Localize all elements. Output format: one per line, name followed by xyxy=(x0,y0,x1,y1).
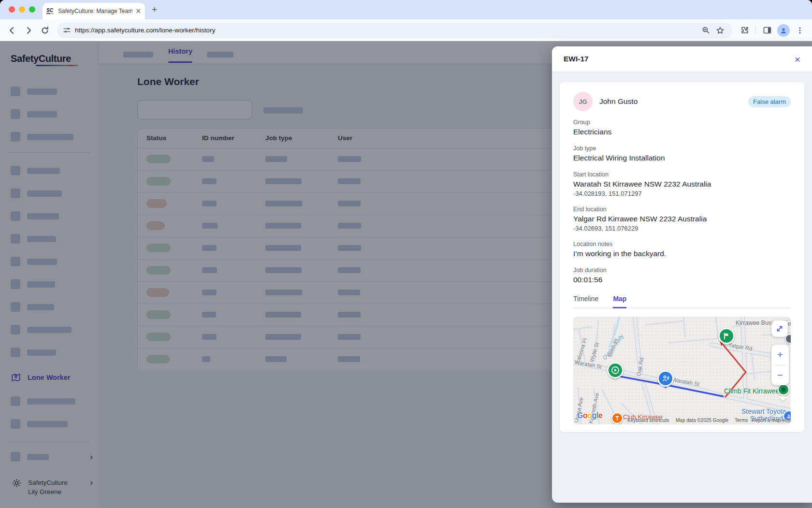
field-start-location: Start location Waratah St Kirrawee NSW 2… xyxy=(573,171,791,198)
google-map[interactable]: Kirrawee BusinerYalgar RdOyster GullyKal… xyxy=(573,317,791,424)
close-icon[interactable]: × xyxy=(795,54,800,64)
zoom-in-button[interactable]: + xyxy=(771,345,789,365)
toolbar-separator xyxy=(755,26,756,35)
url-bar[interactable]: https://app.safetyculture.com/lone-worke… xyxy=(57,23,732,38)
tab-timeline[interactable]: Timeline xyxy=(573,295,598,308)
map-label: Climb Fit Kirrawee xyxy=(724,387,779,395)
panel-header: EWI-17 × xyxy=(552,46,812,72)
browser-tab[interactable]: SC SafetyCulture: Manage Teams and... ✕ xyxy=(43,3,145,19)
map-label: Kirrawee Busin xyxy=(736,319,776,326)
tab-close-icon[interactable]: ✕ xyxy=(135,7,141,15)
tab-map[interactable]: Map xyxy=(613,295,626,308)
zoom-page-icon[interactable] xyxy=(698,23,713,38)
person-name: John Gusto xyxy=(599,97,638,106)
profile-avatar[interactable] xyxy=(776,23,791,38)
close-window-button[interactable] xyxy=(9,6,15,13)
forward-icon[interactable] xyxy=(21,23,36,38)
browser-window: SC SafetyCulture: Manage Teams and... ✕ … xyxy=(0,0,812,508)
google-logo[interactable]: Google xyxy=(577,411,602,420)
keyboard-shortcuts-link[interactable]: Keyboard shortcuts xyxy=(627,418,669,423)
url-text[interactable]: https://app.safetyculture.com/lone-worke… xyxy=(75,27,698,34)
panel-title: EWI-17 xyxy=(564,55,589,63)
map-label: er xyxy=(788,320,791,327)
avatar: JG xyxy=(573,92,593,111)
minimize-window-button[interactable] xyxy=(19,6,25,13)
start-coordinates: -34.028193, 151.071297 xyxy=(573,189,791,198)
map-zoom-control: + − xyxy=(771,345,789,385)
field-group: Group Electricians xyxy=(573,118,791,137)
lone-worker-position-marker[interactable] xyxy=(657,370,674,387)
reload-icon[interactable] xyxy=(38,23,52,38)
field-end-location: End location Yalgar Rd Kirrawee NSW 2232… xyxy=(573,205,791,233)
field-location-notes: Location notes I’m working in the backya… xyxy=(573,240,791,259)
map-fullscreen-button[interactable] xyxy=(771,320,788,337)
panel-tabs: Timeline Map xyxy=(573,295,791,308)
climb-fit-marker[interactable] xyxy=(778,384,789,395)
back-icon[interactable] xyxy=(5,23,19,38)
window-controls xyxy=(9,6,35,13)
end-flag-marker[interactable] xyxy=(718,328,735,344)
browser-toolbar: https://app.safetyculture.com/lone-worke… xyxy=(0,19,812,41)
club-kirrawee-marker[interactable] xyxy=(611,412,623,424)
status-badge: False alarm xyxy=(748,96,791,107)
browser-menu-icon[interactable] xyxy=(793,23,807,38)
safetyculture-favicon: SC xyxy=(46,8,55,15)
extensions-icon[interactable] xyxy=(737,23,752,38)
field-job-duration: Job duration 00:01:56 xyxy=(573,266,791,285)
detail-panel: EWI-17 × JG John Gusto False alarm Group… xyxy=(552,46,812,503)
new-tab-button[interactable]: + xyxy=(152,4,157,15)
start-play-marker[interactable] xyxy=(607,362,624,378)
maximize-window-button[interactable] xyxy=(29,6,35,13)
map-data-attribution: Map data ©2025 Google xyxy=(676,418,728,423)
zoom-out-button[interactable]: − xyxy=(771,365,789,386)
site-settings-icon[interactable] xyxy=(63,26,71,34)
detail-card: JG John Gusto False alarm Group Electric… xyxy=(560,82,804,432)
bookmark-star-icon[interactable] xyxy=(713,23,727,38)
end-coordinates: -34.02693, 151.076229 xyxy=(573,224,791,233)
report-map-error-link[interactable]: Report a map error xyxy=(752,418,791,423)
tab-title: SafetyCulture: Manage Teams and... xyxy=(58,8,132,15)
field-job-type: Job type Electrical Wiring Installation xyxy=(573,145,791,163)
terms-link[interactable]: Terms xyxy=(735,418,748,423)
tab-strip: SC SafetyCulture: Manage Teams and... ✕ … xyxy=(0,0,812,19)
person-row: JG John Gusto False alarm xyxy=(573,92,791,111)
map-label: Stewart Toyota xyxy=(741,407,786,415)
side-panel-icon[interactable] xyxy=(760,23,774,38)
